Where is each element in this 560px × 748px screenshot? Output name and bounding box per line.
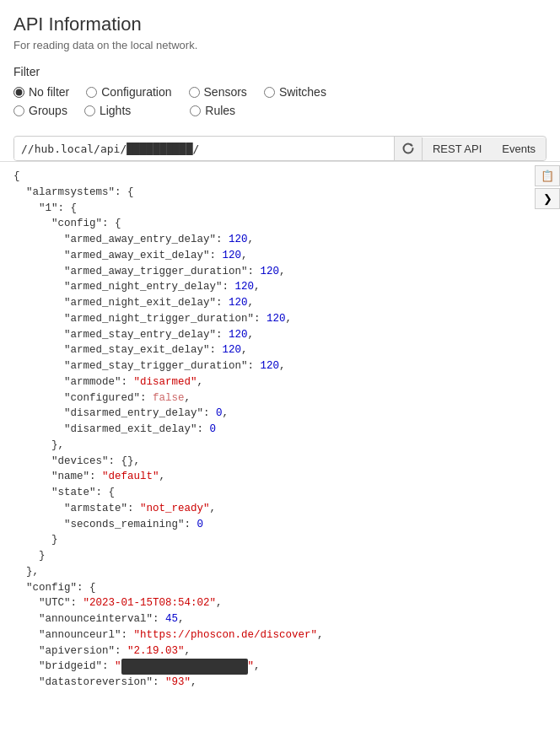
filter-section: Filter No filter Configuration Sensors S… (0, 58, 560, 129)
filter-row-2: Groups Lights Rules (13, 104, 547, 117)
json-line: "armed_away_entry_delay": 120, (0, 232, 560, 248)
filter-label: Filter (13, 65, 547, 78)
json-toolbar: 📋 ❯ (535, 165, 560, 209)
json-line: "configured": false, (0, 390, 560, 406)
tab-bar: REST API Events (422, 137, 546, 160)
json-line: "1": { (0, 201, 560, 217)
filter-rules[interactable]: Rules (190, 104, 235, 117)
json-line: "devices": {}, (0, 454, 560, 470)
filter-sensors[interactable]: Sensors (189, 85, 247, 99)
json-line: "name": "default", (0, 469, 560, 485)
tab-rest-api[interactable]: REST API (423, 137, 492, 160)
filter-no-filter-label: No filter (29, 85, 69, 99)
filter-configuration-label: Configuration (101, 85, 171, 99)
json-line: "armstate": "not_ready", (0, 501, 560, 517)
json-line: "armmode": "disarmed", (0, 374, 560, 390)
filter-row-1: No filter Configuration Sensors Switches (13, 85, 547, 99)
json-line: "UTC": "2023-01-15T08:54:02", (0, 595, 560, 611)
json-line: "armed_away_trigger_duration": 120, (0, 264, 560, 280)
json-line: "armed_stay_trigger_duration": 120, (0, 358, 560, 374)
json-line: "armed_stay_exit_delay": 120, (0, 342, 560, 358)
json-line: "datastoreversion": "93", (0, 675, 560, 691)
filter-configuration[interactable]: Configuration (86, 85, 171, 99)
refresh-icon (401, 142, 415, 155)
filter-switches[interactable]: Switches (264, 85, 326, 99)
page-subtitle: For reading data on the local network. (13, 39, 547, 51)
filter-switches-label: Switches (279, 85, 326, 99)
page-header: API Information For reading data on the … (0, 0, 560, 58)
json-line: "armed_night_trigger_duration": 120, (0, 311, 560, 327)
json-container: 📋 ❯ { "alarmsystems": { "1": { "config":… (0, 161, 560, 697)
filter-lights[interactable]: Lights (84, 104, 131, 117)
masked-bridgeid (121, 659, 248, 675)
json-line: "armed_night_exit_delay": 120, (0, 295, 560, 311)
json-line: "disarmed_entry_delay": 0, (0, 406, 560, 422)
url-bar: REST API Events (13, 136, 547, 161)
json-line: } (0, 532, 560, 548)
json-line: "config": { (0, 580, 560, 596)
url-input[interactable] (14, 137, 394, 160)
json-line: "state": { (0, 485, 560, 501)
filter-groups[interactable]: Groups (13, 104, 67, 117)
page-title: API Information (13, 13, 547, 35)
expand-button[interactable]: ❯ (535, 188, 560, 209)
json-line: { (0, 169, 560, 185)
json-line: "alarmsystems": { (0, 185, 560, 201)
json-line: "bridgeid": " ", (0, 659, 560, 675)
json-line: } (0, 548, 560, 564)
filter-no-filter[interactable]: No filter (13, 85, 69, 99)
json-line: }, (0, 564, 560, 580)
filter-lights-label: Lights (100, 104, 131, 117)
copy-button[interactable]: 📋 (535, 165, 560, 186)
json-line: "announceurl": "https://phoscon.de/disco… (0, 627, 560, 643)
json-line: "disarmed_exit_delay": 0 (0, 422, 560, 438)
refresh-button[interactable] (394, 137, 422, 160)
filter-rules-label: Rules (205, 104, 235, 117)
json-line: }, (0, 438, 560, 454)
json-line: "announceinterval": 45, (0, 611, 560, 627)
filter-sensors-label: Sensors (204, 85, 247, 99)
json-line: "armed_night_entry_delay": 120, (0, 279, 560, 295)
json-line: "seconds_remaining": 0 (0, 517, 560, 533)
filter-groups-label: Groups (29, 104, 67, 117)
json-line: "apiversion": "2.19.03", (0, 643, 560, 659)
json-line: "config": { (0, 216, 560, 232)
tab-events[interactable]: Events (492, 137, 546, 160)
json-line: "armed_away_exit_delay": 120, (0, 248, 560, 264)
json-line: "armed_stay_entry_delay": 120, (0, 327, 560, 343)
